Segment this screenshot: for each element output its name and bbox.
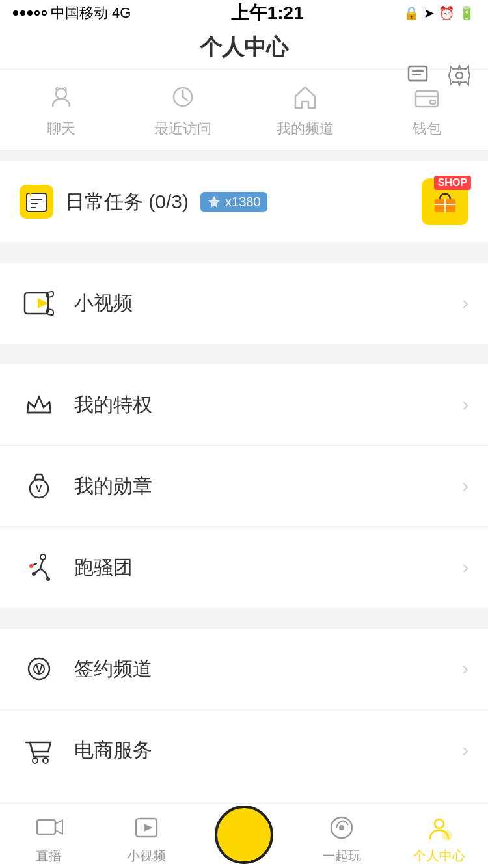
header-icons xyxy=(402,60,475,91)
nav-shortvideo[interactable]: 小视频 xyxy=(98,807,195,865)
shop-button[interactable]: SHOP xyxy=(422,178,468,225)
svg-point-54 xyxy=(435,819,444,828)
nav-profile-label: 个人中心 xyxy=(413,847,465,865)
ecommerce-icon xyxy=(20,731,59,770)
profile-nav-icon xyxy=(424,812,455,843)
daily-task-left: 日常任务 (0/3) x1380 xyxy=(20,185,267,219)
daily-task-section: 日常任务 (0/3) x1380 SHOP xyxy=(0,161,488,242)
clock-icon xyxy=(166,80,200,114)
svg-rect-48 xyxy=(37,820,55,834)
chevron-privilege: › xyxy=(463,394,468,415)
home-icon xyxy=(288,80,322,114)
menu-item-signed[interactable]: V 签约频道 › xyxy=(0,629,488,710)
location-icon: ➤ xyxy=(424,5,435,21)
chevron-signed: › xyxy=(463,658,468,679)
daily-task-label: 日常任务 (0/3) xyxy=(65,189,189,215)
medal-icon: V xyxy=(20,467,59,506)
header: 个人中心 xyxy=(0,26,488,151)
play-icon xyxy=(326,812,357,843)
nav-profile[interactable]: 个人中心 xyxy=(390,807,488,865)
menu-label-medal: 我的勋章 xyxy=(74,473,463,500)
svg-point-33 xyxy=(46,577,50,581)
status-right: 🔒 ➤ ⏰ 🔋 xyxy=(403,5,475,21)
svg-point-32 xyxy=(32,572,36,576)
svg-point-31 xyxy=(29,564,33,568)
carrier-label: 中国移动 xyxy=(51,3,108,23)
video-icon xyxy=(20,284,59,323)
svg-marker-51 xyxy=(144,824,153,832)
notification-icon[interactable] xyxy=(402,60,433,91)
daily-task-icon xyxy=(20,185,53,219)
shop-label: SHOP xyxy=(434,176,471,190)
menu-label-ecommerce: 电商服务 xyxy=(74,737,463,764)
svg-rect-0 xyxy=(409,66,427,81)
svg-point-37 xyxy=(33,758,38,763)
svg-rect-11 xyxy=(27,193,46,211)
shortvideo-icon xyxy=(131,812,162,843)
nav-live-label: 直播 xyxy=(36,847,62,865)
menu-section-group1: 我的特权 › V 我的勋章 › xyxy=(0,364,488,608)
signed-icon: V xyxy=(20,649,59,688)
chevron-video: › xyxy=(463,293,468,314)
svg-marker-19 xyxy=(38,298,48,308)
bottom-nav: 直播 小视频 一起玩 xyxy=(0,803,488,868)
tab-chat[interactable]: 聊天 xyxy=(0,70,122,150)
nav-live[interactable]: 直播 xyxy=(0,807,98,865)
tab-recent[interactable]: 最近访问 xyxy=(122,70,245,150)
network-label: 4G xyxy=(112,5,131,21)
tab-chat-label: 聊天 xyxy=(47,119,75,139)
center-circle xyxy=(215,806,273,864)
status-bar: 中国移动 4G 上午1:21 🔒 ➤ ⏰ 🔋 xyxy=(0,0,488,26)
task-badge: x1380 xyxy=(200,192,267,212)
menu-label-running: 跑骚团 xyxy=(74,554,463,581)
svg-point-53 xyxy=(339,825,344,830)
svg-line-8 xyxy=(183,97,187,100)
lock-icon: 🔒 xyxy=(403,5,420,21)
menu-label-privilege: 我的特权 xyxy=(74,392,463,418)
crown-icon xyxy=(20,385,59,424)
menu-item-privilege[interactable]: 我的特权 › xyxy=(0,364,488,446)
chevron-ecommerce: › xyxy=(463,740,468,761)
menu-section-video: 小视频 › xyxy=(0,263,488,344)
nav-center[interactable] xyxy=(195,806,293,867)
running-icon xyxy=(20,548,59,587)
section-gap-2 xyxy=(0,344,488,354)
settings-icon[interactable] xyxy=(444,60,475,91)
status-left: 中国移动 4G xyxy=(13,3,131,23)
tab-wallet-label: 钱包 xyxy=(413,119,441,139)
alarm-icon: ⏰ xyxy=(439,5,455,21)
menu-item-ecommerce[interactable]: 电商服务 › xyxy=(0,710,488,791)
section-gap-1 xyxy=(0,242,488,252)
chevron-running: › xyxy=(463,557,468,578)
menu-item-running[interactable]: 跑骚团 › xyxy=(0,527,488,608)
chat-icon xyxy=(44,80,78,114)
live-icon xyxy=(33,812,64,843)
tab-channel[interactable]: 我的频道 xyxy=(244,70,366,150)
svg-point-5 xyxy=(56,88,66,99)
menu-label-signed: 签约频道 xyxy=(74,656,463,683)
signal-dots xyxy=(13,10,47,16)
svg-point-55 xyxy=(442,830,452,841)
status-time: 上午1:21 xyxy=(231,1,304,25)
nav-shortvideo-label: 小视频 xyxy=(127,847,166,865)
tab-channel-label: 我的频道 xyxy=(277,119,334,139)
menu-label-video: 小视频 xyxy=(74,290,463,317)
nav-play-label: 一起玩 xyxy=(322,847,361,865)
svg-rect-10 xyxy=(430,100,435,104)
menu-item-video[interactable]: 小视频 › xyxy=(0,263,488,344)
menu-item-medal[interactable]: V 我的勋章 › xyxy=(0,446,488,527)
tab-recent-label: 最近访问 xyxy=(154,119,211,139)
svg-point-4 xyxy=(456,72,463,79)
svg-point-38 xyxy=(43,758,48,763)
svg-marker-49 xyxy=(55,820,63,834)
battery-icon: 🔋 xyxy=(459,5,475,21)
nav-play[interactable]: 一起玩 xyxy=(293,807,390,865)
section-gap-3 xyxy=(0,608,488,618)
chevron-medal: › xyxy=(463,476,468,496)
svg-text:V: V xyxy=(36,483,42,494)
